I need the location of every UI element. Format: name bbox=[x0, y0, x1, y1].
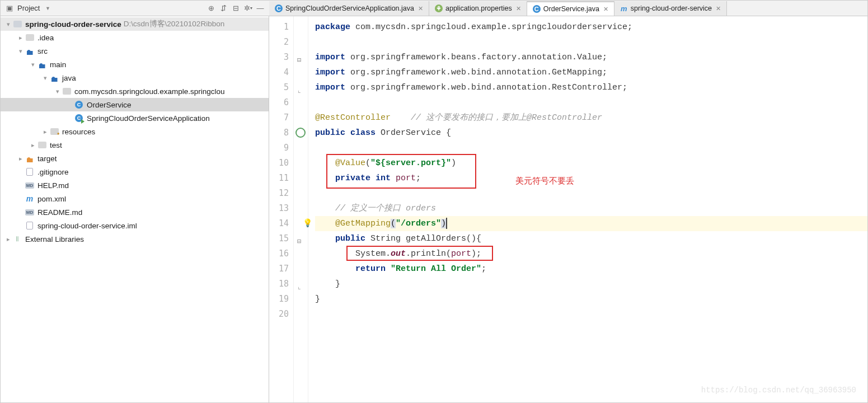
project-tree[interactable]: ▾spring-cloud-order-serviceD:\csdn博客\202… bbox=[1, 16, 269, 402]
code-line[interactable]: return "Return All Order"; bbox=[315, 261, 867, 277]
expand-arrow-icon[interactable]: ▾ bbox=[17, 48, 24, 55]
tree-node-label: test bbox=[50, 141, 62, 149]
editor-tab[interactable]: mspring-cloud-order-service✕ bbox=[614, 1, 727, 16]
tree-node[interactable]: spring-cloud-order-service.iml bbox=[1, 219, 269, 232]
tree-node[interactable]: ▸⫴External Libraries bbox=[1, 232, 269, 246]
expand-arrow-icon[interactable]: ▸ bbox=[17, 34, 24, 41]
tree-node[interactable]: ▸.idea bbox=[1, 31, 269, 44]
fold-icon[interactable]: ⌞ bbox=[297, 83, 307, 93]
folder-icon bbox=[37, 140, 46, 149]
code-line[interactable]: import org.springframework.beans.factory… bbox=[315, 50, 867, 65]
dropdown-icon[interactable]: ▼ bbox=[43, 4, 52, 13]
maven-icon: m bbox=[25, 194, 34, 203]
project-icon: ▣ bbox=[5, 4, 14, 13]
expand-arrow-icon[interactable]: ▾ bbox=[30, 61, 36, 68]
tree-node[interactable]: ▾🖿java bbox=[1, 71, 269, 85]
settings-icon[interactable]: ✲▾ bbox=[243, 4, 252, 13]
tree-node-label: .gitignore bbox=[37, 168, 69, 176]
expand-arrow-icon[interactable]: ▾ bbox=[5, 21, 12, 28]
expand-arrow-icon[interactable]: ▾ bbox=[42, 74, 49, 82]
tree-node-label: src bbox=[37, 47, 48, 55]
tree-node[interactable]: ▾com.mycsdn.springcloud.example.springcl… bbox=[1, 85, 269, 98]
tree-node-label: HELP.md bbox=[37, 181, 69, 190]
code-line[interactable]: package com.mycsdn.springcloud.example.s… bbox=[315, 20, 867, 35]
annotation-box-2 bbox=[346, 246, 493, 261]
fold-icon[interactable]: ⊟ bbox=[297, 235, 307, 245]
class-icon: C bbox=[74, 100, 83, 109]
expand-arrow-icon[interactable]: ▸ bbox=[5, 236, 12, 243]
tree-node[interactable]: MDREADME.md bbox=[1, 205, 269, 219]
intention-bulb-icon[interactable]: 💡 bbox=[303, 216, 312, 231]
code-line[interactable]: import org.springframework.web.bind.anno… bbox=[315, 65, 867, 80]
tree-node-label: resources bbox=[62, 128, 95, 136]
fold-icon[interactable]: ⌞ bbox=[297, 280, 307, 290]
line-number: 3 bbox=[269, 50, 289, 65]
tree-node[interactable]: COrderService bbox=[1, 98, 269, 111]
tree-node-path: D:\csdn博客\20210102Ribbon bbox=[124, 19, 224, 29]
tree-node[interactable]: mpom.xml bbox=[1, 192, 269, 205]
fold-icon[interactable]: ⊟ bbox=[297, 53, 307, 63]
tree-node-label: com.mycsdn.springcloud.example.springclo… bbox=[74, 87, 225, 96]
tree-node-label: README.md bbox=[37, 208, 82, 217]
tree-node[interactable]: ▸●resources bbox=[1, 125, 269, 138]
tree-node[interactable]: MDHELP.md bbox=[1, 179, 269, 192]
code-line[interactable]: } bbox=[315, 292, 867, 307]
tree-node[interactable]: ▸🖿target bbox=[1, 152, 269, 165]
code-line[interactable] bbox=[315, 35, 867, 50]
tree-node[interactable]: ▸test bbox=[1, 138, 269, 152]
editor-tab[interactable]: COrderService.java✕ bbox=[527, 1, 614, 16]
close-icon[interactable]: ✕ bbox=[418, 5, 423, 12]
close-icon[interactable]: ✕ bbox=[516, 5, 521, 12]
project-toolwindow-header: ▣ Project ▼ ⊕ ⇵ ⊟ ✲▾ — bbox=[1, 1, 269, 16]
code-line[interactable]: public String getAllOrders(){ bbox=[315, 231, 867, 246]
code-area[interactable]: 美元符号不要丢 https://blog.csdn.net/qq_3696395… bbox=[308, 16, 867, 402]
code-line[interactable]: import org.springframework.web.bind.anno… bbox=[315, 80, 867, 95]
lib-icon: ⫴ bbox=[13, 235, 22, 243]
editor-tab[interactable]: CSpringCloudOrderServiceApplication.java… bbox=[269, 1, 429, 16]
expand-arrow-icon[interactable]: ▸ bbox=[30, 142, 36, 149]
line-number: 19 bbox=[269, 292, 289, 307]
close-icon[interactable]: ✕ bbox=[716, 5, 721, 12]
line-number: 1 bbox=[269, 20, 289, 35]
code-editor[interactable]: 1234567891011121314151617181920 ⊟⌞⊟⌞ 美元符… bbox=[269, 16, 867, 402]
tree-node[interactable]: ▾🖿src bbox=[1, 44, 269, 58]
tree-node-label: .idea bbox=[37, 34, 54, 42]
code-line[interactable]: public class OrderService { bbox=[315, 125, 867, 140]
tree-node-label: spring-cloud-order-service.iml bbox=[37, 222, 137, 230]
code-line[interactable]: @RestController // 这个要发布的接口，要加上@RestCont… bbox=[315, 110, 867, 125]
class-gutter-icon[interactable] bbox=[295, 128, 306, 138]
sync-icon[interactable]: ⇵ bbox=[219, 4, 228, 13]
project-label[interactable]: Project bbox=[17, 4, 40, 12]
expand-arrow-icon[interactable]: ▾ bbox=[54, 88, 61, 95]
tree-node[interactable]: ▾spring-cloud-order-serviceD:\csdn博客\202… bbox=[1, 17, 269, 31]
project-sidebar: ▾spring-cloud-order-serviceD:\csdn博客\202… bbox=[1, 16, 269, 402]
code-line[interactable] bbox=[315, 95, 867, 110]
tree-node-label: java bbox=[62, 74, 76, 82]
tree-node-label: External Libraries bbox=[25, 235, 84, 243]
ide-window: ▣ Project ▼ ⊕ ⇵ ⊟ ✲▾ — CSpringCloudOrder… bbox=[0, 0, 868, 403]
editor-tab[interactable]: ⚘application.properties✕ bbox=[429, 1, 527, 16]
code-line[interactable]: 💡 @GetMapping("/orders") bbox=[315, 216, 867, 231]
hide-icon[interactable]: — bbox=[256, 4, 265, 13]
folder-blue-icon: 🖿 bbox=[37, 60, 46, 69]
tab-label: spring-cloud-order-service bbox=[631, 4, 712, 12]
expand-arrow-icon[interactable]: ▸ bbox=[17, 155, 24, 162]
code-line[interactable]: } bbox=[315, 277, 867, 292]
tree-node[interactable]: .gitignore bbox=[1, 165, 269, 179]
code-line[interactable]: // 定义一个接口 orders bbox=[315, 201, 867, 216]
line-number: 9 bbox=[269, 140, 289, 156]
close-icon[interactable]: ✕ bbox=[603, 6, 608, 13]
tree-node[interactable]: CSpringCloudOrderServiceApplication bbox=[1, 111, 269, 125]
select-target-icon[interactable]: ⊕ bbox=[207, 4, 215, 13]
expand-arrow-icon[interactable]: ▸ bbox=[42, 128, 49, 135]
code-line[interactable] bbox=[315, 307, 867, 322]
tree-node[interactable]: ▾🖿main bbox=[1, 58, 269, 71]
line-number: 7 bbox=[269, 110, 289, 125]
mod-icon bbox=[13, 20, 22, 29]
code-line[interactable] bbox=[315, 140, 867, 156]
java-file-icon: C bbox=[275, 4, 283, 12]
tree-node-label: OrderService bbox=[87, 101, 132, 109]
maven-file-icon: m bbox=[620, 4, 628, 12]
line-number: 2 bbox=[269, 35, 289, 50]
collapse-icon[interactable]: ⊟ bbox=[231, 4, 240, 13]
